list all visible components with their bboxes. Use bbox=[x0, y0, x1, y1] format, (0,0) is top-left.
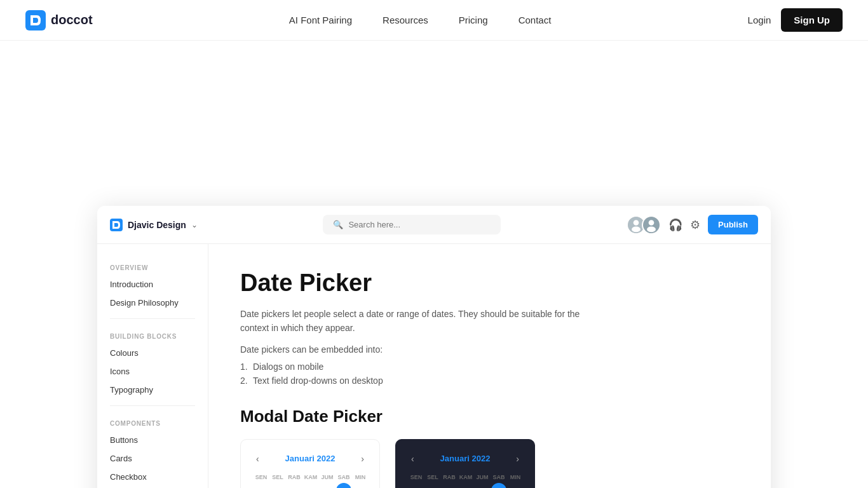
cal-day-empty bbox=[270, 483, 285, 488]
sidebar-divider-2 bbox=[110, 405, 195, 406]
app-brand-name: Djavic Design bbox=[128, 220, 186, 230]
headset-icon[interactable]: 🎧 bbox=[668, 218, 682, 232]
cal-day-header: SEL bbox=[270, 473, 285, 482]
cal-day[interactable]: 1 bbox=[336, 483, 351, 488]
sidebar-section-building: BUILDING BLOCKS bbox=[97, 325, 208, 344]
cal-prev-light[interactable]: ‹ bbox=[254, 452, 262, 465]
cal-day-header: SAB bbox=[491, 473, 506, 482]
app-brand-icon bbox=[110, 219, 123, 231]
avatar-stack bbox=[627, 215, 661, 234]
cal-day-empty bbox=[254, 483, 269, 488]
sidebar-item-introduction[interactable]: Introduction bbox=[97, 275, 208, 294]
cal-day-header: SEL bbox=[425, 473, 440, 482]
avatar-2 bbox=[642, 215, 661, 234]
cal-day-empty bbox=[320, 483, 335, 488]
doc-title: Date Picker bbox=[240, 269, 739, 297]
nav-links: AI Font Pairing Resources Pricing Contac… bbox=[289, 15, 551, 25]
cal-next-light[interactable]: › bbox=[358, 452, 367, 465]
logo-icon bbox=[25, 10, 46, 30]
top-navigation: doccot AI Font Pairing Resources Pricing… bbox=[0, 0, 868, 41]
sidebar-item-colours[interactable]: Colours bbox=[97, 344, 208, 362]
sidebar-item-icons[interactable]: Icons bbox=[97, 362, 208, 381]
search-icon: 🔍 bbox=[333, 220, 343, 229]
section-modal-title: Modal Date Picker bbox=[240, 407, 739, 426]
signup-button[interactable]: Sign Up bbox=[781, 8, 843, 32]
main-content: Date Picker Date pickers let people sele… bbox=[208, 244, 771, 488]
cal-header-dark: ‹ Januari 2022 › bbox=[409, 452, 522, 465]
cal-day-empty bbox=[303, 483, 318, 488]
cal-day[interactable]: 1 bbox=[491, 483, 506, 488]
cal-grid-light: SENSELRABKAMJUMSABMIN1234567891011121314 bbox=[254, 473, 367, 488]
logo[interactable]: doccot bbox=[25, 10, 93, 30]
nav-pricing[interactable]: Pricing bbox=[459, 15, 488, 25]
cal-day-empty bbox=[442, 483, 457, 488]
search-bar[interactable]: 🔍 bbox=[323, 215, 501, 234]
list-item: Text field drop-downs on desktop bbox=[240, 374, 739, 388]
publish-button[interactable]: Publish bbox=[708, 215, 758, 234]
calendar-light: ‹ Januari 2022 › SENSELRABKAMJUMSABMIN12… bbox=[240, 439, 380, 488]
cal-day-empty bbox=[458, 483, 473, 488]
topbar-right: 🎧 ⚙ Publish bbox=[627, 215, 758, 234]
sidebar-item-checkbox[interactable]: Checkbox bbox=[97, 468, 208, 486]
hero-area bbox=[0, 41, 868, 206]
sidebar-section-components: COMPONENTS bbox=[97, 412, 208, 431]
datepicker-cards: ‹ Januari 2022 › SENSELRABKAMJUMSABMIN12… bbox=[240, 439, 739, 488]
svg-point-3 bbox=[634, 220, 639, 226]
cal-day[interactable]: 2 bbox=[353, 483, 368, 488]
cal-day-header: RAB bbox=[287, 473, 302, 482]
doc-embedded-label: Date pickers can be embedded into: bbox=[240, 344, 739, 355]
cal-day[interactable]: 2 bbox=[508, 483, 523, 488]
cal-day-header: SEN bbox=[409, 473, 424, 482]
cal-month-dark: Januari 2022 bbox=[440, 454, 491, 463]
nav-actions: Login Sign Up bbox=[748, 8, 843, 32]
sidebar-section-overview: OVERVIEW bbox=[97, 257, 208, 275]
sidebar-item-design-philosophy[interactable]: Design Philosophy bbox=[97, 294, 208, 312]
cal-day-header: JUM bbox=[320, 473, 335, 482]
sidebar-divider-1 bbox=[110, 318, 195, 319]
sidebar: OVERVIEW Introduction Design Philosophy … bbox=[97, 244, 208, 488]
list-item: Dialogs on mobile bbox=[240, 360, 739, 374]
app-brand[interactable]: Djavic Design ⌄ bbox=[110, 219, 198, 231]
search-input[interactable] bbox=[348, 220, 491, 229]
cal-day-header: SEN bbox=[254, 473, 269, 482]
svg-point-4 bbox=[632, 226, 641, 232]
cal-grid-dark: SENSELRABKAMJUMSABMIN1234567891011121314 bbox=[409, 473, 522, 488]
gear-icon[interactable]: ⚙ bbox=[690, 218, 700, 232]
app-body: OVERVIEW Introduction Design Philosophy … bbox=[97, 244, 771, 488]
chevron-down-icon: ⌄ bbox=[191, 220, 198, 229]
logo-text: doccot bbox=[51, 13, 93, 27]
cal-day-empty bbox=[409, 483, 424, 488]
doc-description: Date pickers let people select a date or… bbox=[240, 307, 583, 336]
cal-day-empty bbox=[287, 483, 302, 488]
nav-contact[interactable]: Contact bbox=[519, 15, 552, 25]
cal-day-empty bbox=[425, 483, 440, 488]
login-button[interactable]: Login bbox=[748, 15, 771, 25]
doc-list: Dialogs on mobile Text field drop-downs … bbox=[240, 360, 739, 388]
svg-point-6 bbox=[649, 220, 654, 226]
cal-day-empty bbox=[475, 483, 490, 488]
sidebar-item-typography[interactable]: Typography bbox=[97, 381, 208, 399]
cal-day-header: JUM bbox=[475, 473, 490, 482]
app-window: Djavic Design ⌄ 🔍 🎧 ⚙ Publish OVERVIE bbox=[97, 206, 771, 488]
cal-day-header: RAB bbox=[442, 473, 457, 482]
calendar-dark: ‹ Januari 2022 › SENSELRABKAMJUMSABMIN12… bbox=[395, 439, 535, 488]
sidebar-item-buttons[interactable]: Buttons bbox=[97, 431, 208, 449]
cal-day-header: MIN bbox=[353, 473, 368, 482]
cal-day-header: MIN bbox=[508, 473, 523, 482]
sidebar-item-cards[interactable]: Cards bbox=[97, 449, 208, 468]
cal-month-light: Januari 2022 bbox=[285, 454, 336, 463]
svg-point-7 bbox=[647, 226, 656, 232]
cal-header-light: ‹ Januari 2022 › bbox=[254, 452, 367, 465]
cal-day-header: KAM bbox=[458, 473, 473, 482]
nav-ai-font-pairing[interactable]: AI Font Pairing bbox=[289, 15, 352, 25]
cal-next-dark[interactable]: › bbox=[513, 452, 522, 465]
cal-day-header: KAM bbox=[303, 473, 318, 482]
cal-prev-dark[interactable]: ‹ bbox=[409, 452, 417, 465]
app-topbar: Djavic Design ⌄ 🔍 🎧 ⚙ Publish bbox=[97, 206, 771, 244]
nav-resources[interactable]: Resources bbox=[383, 15, 428, 25]
cal-day-header: SAB bbox=[336, 473, 351, 482]
